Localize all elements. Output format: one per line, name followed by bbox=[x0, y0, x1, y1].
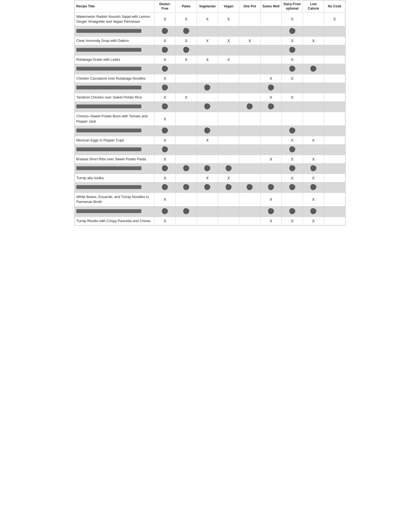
x-mark: X bbox=[164, 176, 166, 180]
cell-one_pot bbox=[239, 112, 261, 126]
cell-dairy_free: X bbox=[282, 174, 303, 182]
blur-cell-dairy_free bbox=[282, 45, 303, 55]
cell-saves_well bbox=[260, 13, 282, 26]
blur-cell-dairy_free bbox=[282, 144, 303, 155]
cell-gluten_free: X bbox=[154, 112, 176, 126]
cell-paleo bbox=[176, 112, 197, 126]
blob-icon bbox=[268, 85, 274, 91]
blurred-title bbox=[76, 67, 141, 71]
blur-cell-one_pot bbox=[239, 64, 261, 74]
blur-row bbox=[75, 26, 345, 36]
cell-saves_well: X bbox=[260, 74, 282, 83]
cell-vegetarian bbox=[197, 74, 218, 83]
col-header-no-cook: No Cook bbox=[324, 1, 345, 13]
blur-cell-one_pot bbox=[239, 206, 261, 217]
cell-low_calorie bbox=[303, 112, 324, 126]
blur-cell-saves_well bbox=[260, 164, 282, 174]
blur-cell-gluten_free bbox=[154, 144, 176, 155]
recipe-table: Recipe Title Gluten-Free Paleo Vegetaria… bbox=[75, 0, 345, 225]
cell-dairy_free: X bbox=[282, 93, 303, 102]
blur-cell-low_calorie bbox=[303, 26, 324, 36]
blurred-title bbox=[76, 147, 141, 151]
table-row: Mexican Eggs in Pepper CupsXXXX bbox=[75, 136, 345, 144]
blur-cell-gluten_free bbox=[154, 182, 176, 193]
cell-vegan bbox=[218, 74, 239, 83]
blur-cell-dairy_free bbox=[282, 102, 303, 112]
blob-icon bbox=[310, 184, 316, 190]
cell-paleo bbox=[176, 193, 197, 206]
x-mark: X bbox=[312, 197, 314, 202]
table-row: Turnip Risotto with Crispy Pancetta and … bbox=[75, 217, 345, 225]
cell-saves_well: X bbox=[260, 155, 282, 163]
blob-icon bbox=[162, 184, 168, 190]
cell-one_pot bbox=[239, 74, 261, 83]
x-mark: X bbox=[164, 57, 166, 62]
cell-vegan: X bbox=[218, 36, 239, 45]
blur-row bbox=[75, 144, 345, 155]
cell-saves_well: X bbox=[260, 93, 282, 102]
blur-cell-no_cook bbox=[324, 64, 345, 74]
x-mark: X bbox=[185, 39, 187, 43]
blur-cell-no_cook bbox=[324, 206, 345, 217]
blurred-title-cell bbox=[75, 144, 154, 155]
cell-saves_well bbox=[260, 174, 282, 182]
blur-cell-dairy_free bbox=[282, 164, 303, 174]
x-mark: X bbox=[270, 157, 272, 161]
blob-icon bbox=[289, 66, 295, 72]
cell-gluten_free: X bbox=[154, 174, 176, 182]
cell-saves_well: X bbox=[260, 193, 282, 206]
x-mark: X bbox=[164, 157, 166, 161]
cell-one_pot bbox=[239, 55, 261, 64]
blur-cell-saves_well bbox=[260, 126, 282, 136]
x-mark: X bbox=[312, 157, 314, 161]
blurred-title-cell bbox=[75, 164, 154, 174]
cell-paleo bbox=[176, 155, 197, 163]
blur-cell-gluten_free bbox=[154, 206, 176, 217]
x-mark: X bbox=[270, 197, 272, 202]
cell-gluten_free: X bbox=[154, 55, 176, 64]
blurred-title bbox=[76, 185, 141, 189]
cell-vegetarian bbox=[197, 93, 218, 102]
recipe-title: Rutabaga Gratin with Leeks bbox=[75, 55, 154, 64]
blob-icon bbox=[310, 208, 316, 214]
blur-cell-vegetarian bbox=[197, 45, 218, 55]
blur-cell-one_pot bbox=[239, 26, 261, 36]
blur-cell-saves_well bbox=[260, 83, 282, 93]
recipe-title: Tandoori Chicken over Sweet Potato Rice bbox=[75, 93, 154, 102]
recipe-table-container: Recipe Title Gluten-Free Paleo Vegetaria… bbox=[74, 0, 346, 226]
cell-low_calorie: X bbox=[303, 36, 324, 45]
x-mark: X bbox=[227, 17, 230, 21]
x-mark: X bbox=[291, 39, 293, 43]
cell-no_cook bbox=[324, 174, 345, 182]
col-header-title: Recipe Title bbox=[75, 1, 154, 13]
blur-cell-vegan bbox=[218, 64, 239, 74]
cell-no_cook bbox=[324, 217, 345, 225]
blur-cell-dairy_free bbox=[282, 126, 303, 136]
blur-cell-paleo bbox=[176, 126, 197, 136]
cell-gluten_free: X bbox=[154, 217, 176, 225]
col-header-low-calorie: Low Calorie bbox=[303, 1, 324, 13]
blur-cell-dairy_free bbox=[282, 182, 303, 193]
cell-dairy_free: X bbox=[282, 13, 303, 26]
cell-vegetarian: X bbox=[197, 55, 218, 64]
cell-vegan bbox=[218, 155, 239, 163]
recipe-title: Braised Short Ribs over Sweet Potato Pas… bbox=[75, 155, 154, 163]
cell-no_cook bbox=[324, 74, 345, 83]
blob-icon bbox=[162, 28, 168, 34]
blur-row bbox=[75, 182, 345, 193]
blur-cell-gluten_free bbox=[154, 83, 176, 93]
blob-icon bbox=[162, 103, 168, 109]
blur-cell-vegan bbox=[218, 26, 239, 36]
cell-paleo: X bbox=[176, 36, 197, 45]
x-mark: X bbox=[291, 17, 293, 21]
blur-row bbox=[75, 45, 345, 55]
blur-cell-vegan bbox=[218, 45, 239, 55]
blur-cell-vegetarian bbox=[197, 64, 218, 74]
blur-cell-paleo bbox=[176, 64, 197, 74]
x-mark: X bbox=[164, 219, 166, 223]
cell-saves_well bbox=[260, 36, 282, 45]
blurred-title bbox=[76, 209, 141, 213]
cell-no_cook bbox=[324, 136, 345, 144]
cell-gluten_free: X bbox=[154, 155, 176, 163]
blur-row bbox=[75, 83, 345, 93]
